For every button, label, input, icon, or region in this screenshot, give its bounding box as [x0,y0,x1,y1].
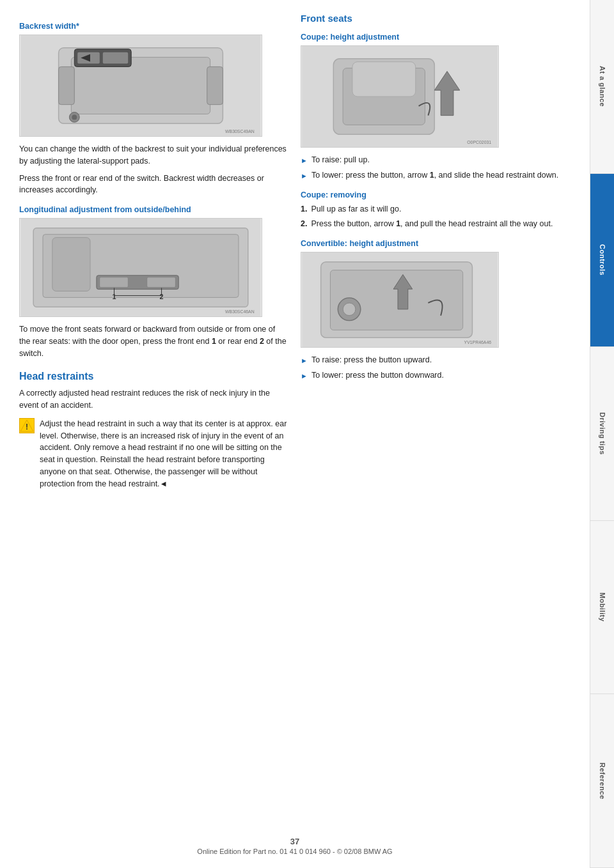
sidebar-tab-driving-tips[interactable]: Driving tips [590,347,614,521]
left-column: Backrest width* [19,13,288,842]
item-number-2: 2. [301,218,307,230]
bullet-arrow-icon: ► [301,155,308,166]
longitudinal-heading: Longitudinal adjustment from outside/beh… [19,205,288,214]
warning-box: ! Adjust the head restraint in such a wa… [19,418,288,495]
longitudinal-image: 1 2 WB30SC46AN [19,218,262,317]
coupe-height-heading: Coupe: height adjustment [301,33,576,42]
convertible-height-heading: Convertible: height adjustment [301,239,576,248]
svg-text:WB30SC46AN: WB30SC46AN [225,309,255,314]
sidebar-tab-mobility[interactable]: Mobility [590,521,614,695]
head-restraints-section: Head restraints A correctly adjusted hea… [19,371,288,495]
convertible-height-section: Convertible: height adjustment [301,239,576,382]
backrest-heading: Backrest width* [19,22,288,31]
backrest-image: WB30SC49AN [19,35,262,137]
svg-text:YV1PR46A46: YV1PR46A46 [464,340,492,345]
coupe-removing-section: Coupe: removing 1. Pull up as far as it … [301,190,576,231]
front-seats-heading: Front seats [301,13,576,24]
svg-rect-6 [103,52,129,64]
sidebar-tab-controls[interactable]: Controls [590,174,614,348]
svg-rect-7 [59,66,75,104]
bullet-arrow-icon: ► [301,171,308,182]
convertible-image: YV1PR46A46 [301,252,499,348]
head-restraints-heading: Head restraints [19,371,288,382]
sidebar: At a glance Controls Driving tips Mobili… [590,0,614,868]
backrest-body1: You can change the width of the backrest… [19,143,288,167]
page-number: 37 [0,837,590,846]
footer-text: Online Edition for Part no. 01 41 0 014 … [0,848,590,855]
bullet-arrow-icon: ► [301,371,308,382]
coupe-removing-text-2: Press the button, arrow 1, and pull the … [311,218,553,230]
svg-point-37 [343,303,356,316]
coupe-height-bullet-1-text: To raise: pull up. [311,154,370,166]
right-column: Front seats Coupe: height adjustment [301,13,576,842]
convertible-bullet-1: ► To raise: press the button upward. [301,354,576,366]
coupe-height-bullet-2-text: To lower: press the button, arrow 1, and… [311,169,558,182]
longitudinal-body: To move the front seats forward or backw… [19,323,288,359]
coupe-removing-heading: Coupe: removing [301,190,576,199]
svg-point-10 [72,114,77,120]
svg-rect-8 [207,66,223,104]
coupe-removing-item-2: 2. Press the button, arrow 1, and pull t… [301,218,576,230]
warning-icon: ! [19,418,35,433]
svg-rect-30 [352,62,416,97]
svg-text:!: ! [26,422,28,431]
svg-text:O0PC02031: O0PC02031 [467,140,491,144]
backrest-body2: Press the front or rear end of the switc… [19,173,288,197]
convertible-bullet-2: ► To lower: press the button downward. [301,369,576,382]
head-restraints-body: A correctly adjusted head restraint redu… [19,387,288,412]
coupe-height-section: Coupe: height adjustment [301,33,576,182]
coupe-height-image: O0PC02031 [301,45,499,148]
bullet-arrow-icon: ► [301,355,308,366]
item-number-1: 1. [301,203,307,215]
warning-text: Adjust the head restraint in such a way … [40,418,288,490]
sidebar-tab-reference[interactable]: Reference [590,694,614,868]
longitudinal-section: Longitudinal adjustment from outside/beh… [19,205,288,359]
coupe-removing-item-1: 1. Pull up as far as it will go. [301,203,576,215]
svg-text:WB30SC49AN: WB30SC49AN [225,129,255,134]
convertible-bullet-1-text: To raise: press the button upward. [311,354,432,366]
svg-rect-16 [100,277,128,288]
svg-rect-23 [52,238,90,291]
page-footer: 37 Online Edition for Part no. 01 41 0 0… [0,837,590,855]
coupe-height-bullet-1: ► To raise: pull up. [301,154,576,166]
sidebar-tab-at-a-glance[interactable]: At a glance [590,0,614,174]
coupe-removing-text-1: Pull up as far as it will go. [311,203,401,215]
convertible-bullet-2-text: To lower: press the button downward. [311,369,444,382]
coupe-height-bullet-2: ► To lower: press the button, arrow 1, a… [301,169,576,182]
svg-rect-17 [147,277,175,288]
backrest-section: Backrest width* [19,22,288,196]
